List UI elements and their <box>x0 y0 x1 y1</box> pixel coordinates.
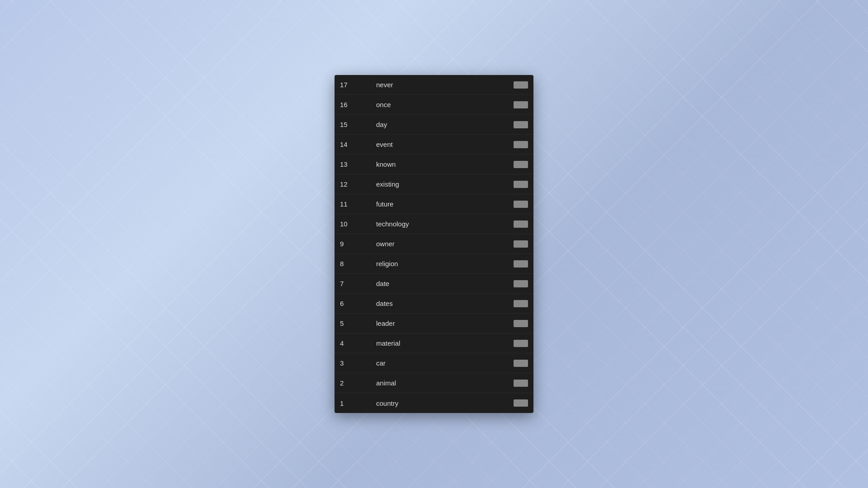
row-word: technology <box>376 220 514 228</box>
table-row[interactable]: 6dates <box>335 294 533 314</box>
row-word: animal <box>376 379 514 387</box>
row-word: never <box>376 81 514 89</box>
row-badge <box>514 380 528 387</box>
row-word: material <box>376 339 514 347</box>
row-number: 15 <box>340 121 376 128</box>
row-number: 16 <box>340 101 376 108</box>
row-badge <box>514 240 528 248</box>
table-row[interactable]: 10technology <box>335 214 533 234</box>
row-number: 14 <box>340 141 376 148</box>
table-row[interactable]: 2animal <box>335 373 533 393</box>
row-badge <box>514 181 528 188</box>
row-word: existing <box>376 180 514 188</box>
row-number: 10 <box>340 220 376 228</box>
table-row[interactable]: 1country <box>335 393 533 413</box>
row-number: 13 <box>340 160 376 168</box>
row-badge <box>514 121 528 128</box>
row-word: car <box>376 359 514 367</box>
row-word: country <box>376 399 514 407</box>
row-badge <box>514 81 528 89</box>
row-badge <box>514 300 528 307</box>
row-badge <box>514 201 528 208</box>
row-badge <box>514 221 528 228</box>
row-badge <box>514 360 528 367</box>
row-badge <box>514 320 528 327</box>
word-list-table: 17never16once15day14event13known12existi… <box>335 75 533 413</box>
table-row[interactable]: 17never <box>335 75 533 95</box>
row-number: 1 <box>340 399 376 407</box>
row-badge <box>514 101 528 108</box>
row-number: 4 <box>340 339 376 347</box>
row-number: 2 <box>340 379 376 387</box>
row-badge <box>514 260 528 267</box>
row-word: dates <box>376 300 514 307</box>
row-number: 6 <box>340 300 376 307</box>
row-word: religion <box>376 260 514 267</box>
table-row[interactable]: 8religion <box>335 254 533 274</box>
row-badge <box>514 161 528 168</box>
row-number: 7 <box>340 280 376 287</box>
table-row[interactable]: 3car <box>335 353 533 373</box>
table-row[interactable]: 14event <box>335 135 533 155</box>
table-row[interactable]: 7date <box>335 274 533 294</box>
table-row[interactable]: 9owner <box>335 234 533 254</box>
table-row[interactable]: 15day <box>335 115 533 135</box>
table-row[interactable]: 5leader <box>335 314 533 333</box>
table-row[interactable]: 11future <box>335 194 533 214</box>
row-word: date <box>376 280 514 287</box>
row-number: 3 <box>340 359 376 367</box>
table-row[interactable]: 12existing <box>335 174 533 194</box>
row-number: 12 <box>340 180 376 188</box>
row-word: future <box>376 200 514 208</box>
row-badge <box>514 399 528 407</box>
row-word: day <box>376 121 514 128</box>
table-row[interactable]: 16once <box>335 95 533 115</box>
row-word: leader <box>376 319 514 327</box>
row-badge <box>514 280 528 287</box>
row-word: known <box>376 160 514 168</box>
table-row[interactable]: 4material <box>335 333 533 353</box>
row-word: event <box>376 141 514 148</box>
row-number: 5 <box>340 319 376 327</box>
row-number: 9 <box>340 240 376 248</box>
row-word: owner <box>376 240 514 248</box>
row-number: 17 <box>340 81 376 89</box>
row-badge <box>514 340 528 347</box>
row-number: 11 <box>340 200 376 208</box>
table-row[interactable]: 13known <box>335 155 533 174</box>
row-word: once <box>376 101 514 108</box>
row-number: 8 <box>340 260 376 267</box>
row-badge <box>514 141 528 148</box>
